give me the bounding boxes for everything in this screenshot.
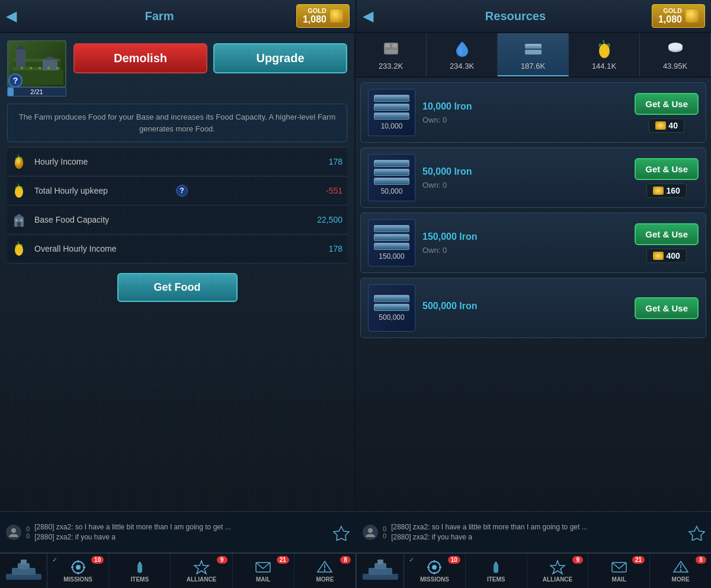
nav-item-alliance-right[interactable]: 9 ALLIANCE <box>527 554 589 588</box>
nav-item-missions-left[interactable]: ✓ 10 MISSIONS <box>47 554 109 588</box>
action-buttons: Demolish Upgrade <box>73 43 347 73</box>
svg-rect-30 <box>525 50 542 54</box>
get-food-container: Get Food <box>0 264 354 311</box>
svg-point-10 <box>39 67 41 69</box>
stat-value-total-upkeep: -551 <box>326 186 342 195</box>
nav-item-more-left[interactable]: 8 MORE <box>294 554 356 588</box>
iron-bars-500k <box>374 295 409 311</box>
nav-ship-right <box>357 554 404 588</box>
nav-item-missions-right[interactable]: ✓ 10 MISSIONS <box>404 554 466 588</box>
right-back-button[interactable]: ◀ <box>363 8 373 24</box>
farm-header: ? 2/21 Demolish Upgrade <box>0 33 354 104</box>
missions-icon-left <box>69 560 87 575</box>
get-food-button[interactable]: Get Food <box>117 273 238 302</box>
iron-tab-icon <box>523 38 544 59</box>
alliance-icon-left <box>193 560 210 575</box>
nav-item-mail-left[interactable]: 21 MAIL <box>233 554 294 588</box>
resource-item-info-50k: 50,000 Iron Own: 0 <box>422 166 627 189</box>
mail-label-left: MAIL <box>256 576 270 583</box>
amount-label-50k: 50,000 <box>381 187 403 195</box>
cost-gold-icon-10k <box>655 121 666 130</box>
amount-label-500k: 500,000 <box>379 313 404 322</box>
cost-value-10k: 40 <box>668 121 678 130</box>
more-icon-left <box>316 560 334 575</box>
resource-own-50k: Own: 0 <box>422 181 627 189</box>
get-use-button-50k[interactable]: Get & Use <box>635 158 699 180</box>
tab-stone[interactable]: 233.2K <box>356 33 427 76</box>
right-panel: 233.2K 234.3K <box>356 33 711 510</box>
resource-item-10k: 10,000 10,000 Iron Own: 0 Get & Use 40 <box>360 82 706 143</box>
nav-item-alliance-left[interactable]: 9 ALLIANCE <box>171 554 232 588</box>
chat-messages-right: [2880] zxa2: so I have a little bit more… <box>391 523 684 541</box>
iron-bar <box>374 243 409 250</box>
farm-buttons: Demolish Upgrade <box>73 40 347 73</box>
demolish-button[interactable]: Demolish <box>73 43 207 73</box>
items-icon-left <box>131 560 149 575</box>
svg-point-32 <box>599 44 610 58</box>
get-use-button-150k[interactable]: Get & Use <box>635 223 699 245</box>
svg-point-11 <box>47 67 50 69</box>
cost-gold-icon-50k <box>653 187 664 195</box>
svg-line-15 <box>18 155 19 157</box>
tab-silver[interactable]: 43.95K <box>640 33 711 76</box>
svg-rect-21 <box>15 219 18 221</box>
left-back-button[interactable]: ◀ <box>6 8 17 24</box>
svg-point-39 <box>368 528 373 533</box>
resource-item-img-150k: 150,000 <box>368 219 415 266</box>
missions-badge-right: 10 <box>448 556 460 564</box>
tab-water[interactable]: 234.3K <box>427 33 498 76</box>
svg-rect-22 <box>20 219 23 221</box>
amount-label-150k: 150,000 <box>379 252 404 261</box>
stat-label-food-capacity: Base Food Capacity <box>34 215 317 224</box>
upkeep-help-icon[interactable]: ? <box>176 185 188 197</box>
right-gold-label: GOLD <box>663 7 682 14</box>
missions-label-left: MISSIONS <box>63 576 92 583</box>
stat-value-hourly-income: 178 <box>329 157 342 166</box>
stat-label-total-upkeep: Total Hourly upkeep <box>34 186 172 195</box>
cost-value-150k: 400 <box>666 251 680 261</box>
chat-bar: 0 0 [2880] zxa2: so I have a little bit … <box>0 510 711 552</box>
resource-item-info-500k: 500,000 Iron <box>422 301 627 315</box>
resource-buy-500k: Get & Use <box>635 297 699 319</box>
more-badge-left: 8 <box>340 556 351 564</box>
resource-name-150k: 150,000 Iron <box>422 232 627 242</box>
upgrade-button[interactable]: Upgrade <box>213 43 347 73</box>
resource-item-img-500k: 500,000 <box>368 284 415 332</box>
tab-food[interactable]: 144.1K <box>569 33 640 76</box>
chat-counts-left: 0 0 <box>26 525 30 539</box>
mail-badge-right: 21 <box>632 556 645 564</box>
missions-badge-left: 10 <box>91 556 104 564</box>
iron-bars-150k <box>374 225 409 250</box>
resource-buy-150k: Get & Use 400 <box>635 223 699 263</box>
nav-item-items-right[interactable]: ITEMS <box>466 554 527 588</box>
bottom-nav: ✓ 10 MISSIONS <box>0 552 711 588</box>
svg-marker-38 <box>334 526 349 541</box>
get-use-button-10k[interactable]: Get & Use <box>635 93 699 115</box>
resource-item-150k: 150,000 150,000 Iron Own: 0 Get & Use 40… <box>360 213 706 273</box>
chat-counts-right: 0 0 <box>383 525 386 539</box>
chat-msg-left-2: [2880] zxa2: if you have a <box>34 533 328 541</box>
nav-item-items-left[interactable]: ITEMS <box>109 554 171 588</box>
iron-bars-10k <box>374 95 409 120</box>
gold-icon-left <box>330 9 343 23</box>
chat-messages-left: [2880] zxa2: so I have a little bit more… <box>34 523 328 541</box>
left-gold-amount: 1,080 <box>303 14 326 25</box>
iron-bar <box>374 234 409 241</box>
svg-marker-66 <box>550 561 565 574</box>
get-use-button-500k[interactable]: Get & Use <box>635 297 699 319</box>
chat-alliance-icon-right <box>688 524 705 541</box>
resource-buy-10k: Get & Use 40 <box>635 93 699 133</box>
nav-item-more-right[interactable]: 8 MORE <box>650 554 711 588</box>
svg-marker-19 <box>14 214 24 217</box>
svg-rect-44 <box>21 560 27 564</box>
svg-point-37 <box>11 528 16 533</box>
chat-msg-right-2: [2880] zxa2: if you have a <box>391 533 684 541</box>
help-badge[interactable]: ? <box>8 73 23 88</box>
chat-msg-left-1: [2880] zxa2: so I have a little bit more… <box>34 523 328 531</box>
iron-bar <box>374 225 409 232</box>
right-gold-amount: 1,080 <box>658 14 682 25</box>
stat-row-food-capacity: Base Food Capacity 22,500 <box>7 205 347 234</box>
tab-iron[interactable]: 187.6K <box>498 33 569 76</box>
nav-item-mail-right[interactable]: 21 MAIL <box>588 554 650 588</box>
svg-point-55 <box>324 569 326 571</box>
